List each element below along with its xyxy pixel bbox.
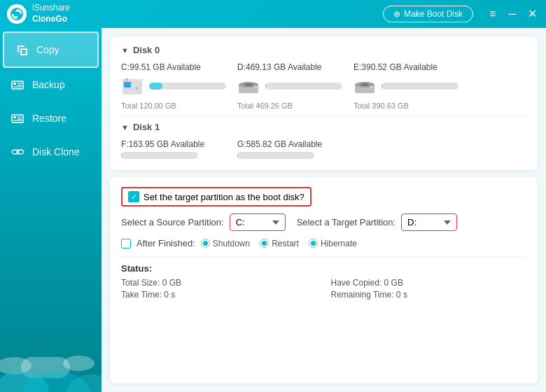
svg-rect-21	[254, 86, 257, 88]
svg-point-20	[244, 83, 253, 86]
radio-group: Shutdown Restart Hibernate	[201, 239, 357, 248]
sidebar-item-backup[interactable]: Backup	[0, 68, 102, 102]
app-title: iSunshare CloneGo	[32, 3, 70, 24]
drive-f: F:163.95 GB Available	[121, 139, 226, 162]
boot-disk-check-label: Set the target partition as the boot dis…	[144, 192, 304, 202]
menu-button[interactable]: ≡	[486, 8, 500, 20]
partition-row: Select a Source Partition: C: D: E: F: S…	[121, 214, 526, 231]
status-title: Status:	[121, 263, 526, 274]
radio-restart[interactable]: Restart	[260, 239, 299, 248]
drive-g: G:585.82 GB Available	[237, 139, 342, 162]
drive-c-visual	[121, 75, 226, 97]
drive-c-icon	[121, 75, 144, 97]
radio-shutdown-label: Shutdown	[213, 239, 250, 248]
drive-g-label: G:585.82 GB Available	[237, 139, 322, 149]
radio-hibernate[interactable]: Hibernate	[309, 239, 357, 248]
svg-rect-25	[370, 86, 373, 88]
drive-c-label: C:99.51 GB Available	[121, 62, 201, 72]
window-controls: ≡ ─ ✕	[486, 8, 539, 20]
boot-disk-row: ✓ Set the target partition as the boot d…	[121, 187, 526, 206]
drive-d-visual	[237, 75, 342, 97]
drive-c-total: Total 120.00 GB	[121, 102, 176, 110]
disk-clone-icon	[10, 144, 25, 160]
drive-f-bar	[121, 152, 198, 159]
boot-disk-icon: ⊕	[393, 9, 400, 19]
source-partition-label: Select a Source Partition:	[121, 217, 224, 227]
disk-panel: ▼ Disk 0 C:99.51 GB Available	[110, 36, 538, 170]
svg-point-17	[135, 87, 138, 90]
drive-g-bar	[237, 152, 314, 159]
status-section: Status: Total Size: 0 GB Have Copied: 0 …	[121, 257, 526, 300]
svg-rect-16	[124, 82, 131, 88]
drive-e-bar	[382, 83, 458, 90]
after-finished-row: After Finished: Shutdown Restart Hiberna…	[121, 238, 526, 248]
sidebar-item-disk-clone[interactable]: Disk Clone	[0, 135, 102, 169]
radio-shutdown[interactable]: Shutdown	[201, 239, 250, 248]
drive-f-label: F:163.95 GB Available	[121, 139, 204, 149]
remaining-time-label: Remaining Time: 0 s	[331, 290, 527, 300]
copy-icon	[14, 42, 29, 57]
copy-label: Copy	[36, 44, 59, 55]
disk1-chevron: ▼	[121, 123, 129, 132]
drive-e-total: Total 390.63 GB	[354, 102, 409, 110]
disk1-drives: F:163.95 GB Available G:585.82 GB Availa…	[121, 139, 526, 162]
disk0-label: Disk 0	[133, 45, 160, 55]
target-partition-select[interactable]: D: C: E: F:	[401, 214, 457, 231]
minimize-button[interactable]: ─	[505, 8, 519, 20]
drive-e: E:390.52 GB Available	[354, 62, 458, 110]
drive-c-bar	[149, 83, 226, 90]
disk0-drives: C:99.51 GB Available	[121, 62, 526, 110]
disk0-chevron: ▼	[121, 46, 129, 55]
backup-label: Backup	[32, 79, 65, 90]
backup-icon	[10, 77, 25, 92]
disk1-header: ▼ Disk 1	[121, 122, 526, 132]
sidebar-item-restore[interactable]: Restore	[0, 102, 102, 135]
disk1-label: Disk 1	[133, 122, 160, 132]
svg-rect-2	[13, 83, 16, 85]
title-bar: iSunshare CloneGo ⊕ Make Boot Disk ≡ ─ ✕	[0, 0, 546, 28]
drive-d-total: Total 469.26 GB	[237, 102, 293, 110]
total-size-label: Total Size: 0 GB	[121, 278, 317, 288]
make-boot-label: Make Boot Disk	[404, 9, 463, 19]
radio-restart-label: Restart	[272, 239, 299, 248]
boot-disk-check-container[interactable]: ✓ Set the target partition as the boot d…	[121, 187, 312, 206]
drive-e-visual	[354, 75, 458, 97]
status-grid: Total Size: 0 GB Have Copied: 0 GB Take …	[121, 278, 526, 300]
boot-disk-checkbox[interactable]: ✓	[128, 191, 139, 202]
drive-e-icon	[354, 75, 376, 97]
restore-icon	[10, 111, 25, 126]
svg-rect-7	[13, 116, 16, 118]
target-partition-group: Select a Target Partition: D: C: E: F:	[297, 214, 457, 231]
content-area: ▼ Disk 0 C:99.51 GB Available	[102, 28, 546, 392]
source-partition-select[interactable]: C: D: E: F:	[230, 214, 286, 231]
options-panel: ✓ Set the target partition as the boot d…	[110, 177, 538, 384]
drive-d: D:469.13 GB Available	[237, 62, 342, 110]
radio-restart-circle	[260, 239, 269, 248]
radio-hibernate-circle	[309, 239, 318, 248]
make-boot-disk-button[interactable]: ⊕ Make Boot Disk	[383, 6, 473, 22]
drive-d-icon	[237, 75, 260, 97]
svg-point-24	[360, 83, 369, 86]
radio-hibernate-label: Hibernate	[321, 239, 357, 248]
drive-c: C:99.51 GB Available	[121, 62, 226, 110]
drive-d-label: D:469.13 GB Available	[237, 62, 322, 72]
drive-d-bar	[265, 83, 342, 90]
after-finished-checkbox[interactable]	[121, 239, 131, 248]
restore-label: Restore	[32, 113, 66, 124]
sidebar-item-copy[interactable]: Copy	[3, 31, 99, 68]
close-button[interactable]: ✕	[525, 8, 539, 20]
source-partition-group: Select a Source Partition: C: D: E: F:	[121, 214, 286, 231]
main-layout: Copy Backup	[0, 28, 546, 392]
app-icon	[7, 4, 27, 24]
title-left: iSunshare CloneGo	[7, 3, 70, 24]
drive-g-visual	[237, 152, 314, 159]
title-right: ⊕ Make Boot Disk ≡ ─ ✕	[383, 6, 539, 22]
have-copied-label: Have Copied: 0 GB	[331, 278, 527, 288]
sidebar: Copy Backup	[0, 28, 102, 392]
target-partition-label: Select a Target Partition:	[297, 217, 396, 227]
drive-f-visual	[121, 152, 198, 159]
disk-clone-label: Disk Clone	[32, 146, 80, 158]
radio-shutdown-circle	[201, 239, 210, 248]
take-time-label: Take Time: 0 s	[121, 290, 317, 300]
after-finished-label: After Finished:	[136, 238, 195, 248]
